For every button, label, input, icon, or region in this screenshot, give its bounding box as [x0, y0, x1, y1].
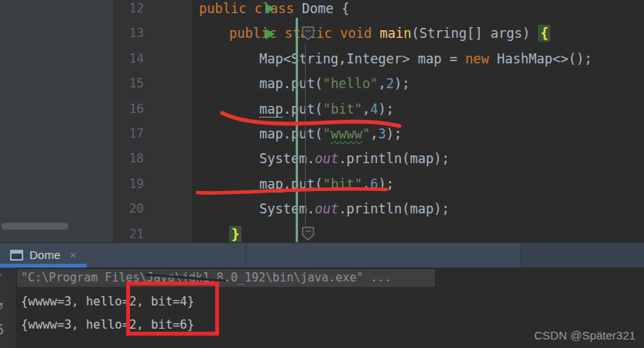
code-token: .put( — [283, 176, 323, 192]
code-token: map.put( — [259, 126, 323, 142]
code-token: map.put( — [259, 76, 323, 91]
code-token: } — [229, 226, 242, 243]
code-token: out — [315, 151, 339, 166]
code-line-17[interactable]: map.put("wwww",3); — [192, 121, 644, 146]
code-token: .println(map); — [338, 201, 449, 217]
code-token: new — [465, 51, 497, 67]
console-toolbar-icon[interactable]: 5 — [0, 320, 5, 339]
code-line-20[interactable]: System.out.println(map); — [192, 196, 644, 221]
code-token: ); — [394, 76, 409, 91]
code-token: , — [379, 76, 386, 91]
line-number: 15 — [113, 71, 144, 96]
code-token: out — [315, 201, 339, 217]
watermark-text: CSDN @Später321 — [534, 329, 635, 342]
code-token: .put( — [283, 101, 323, 117]
code-token: 4 — [370, 101, 378, 117]
fold-collapse-icon[interactable] — [300, 225, 316, 242]
code-token: System. — [259, 201, 315, 217]
line-number: 13 — [113, 21, 144, 46]
code-line-12[interactable]: public class Dome { — [192, 0, 644, 21]
code-editor[interactable]: public class Dome {public static void ma… — [192, 0, 644, 242]
console-toolbar-icon[interactable]: ↺ — [0, 300, 4, 312]
code-token: " — [362, 126, 370, 142]
code-token: wwww — [331, 126, 362, 142]
run-arrow-icon[interactable] — [265, 29, 275, 39]
fold-range-line — [305, 43, 306, 225]
console-window-icon — [10, 250, 23, 261]
console-line: "C:\Program Files\Java\jdk1.8.0_192\bin\… — [21, 269, 392, 287]
code-token: .println(map); — [338, 151, 449, 166]
line-number: 12 — [113, 0, 144, 21]
code-line-14[interactable]: Map<String,Integer> map = new HashMap<>(… — [192, 46, 644, 71]
code-token: "hello" — [323, 76, 379, 91]
project-panel — [0, 0, 114, 242]
code-line-13[interactable]: public static void main(String[] args) { — [192, 21, 644, 46]
code-token: main — [379, 26, 411, 41]
console-line: {wwww=3, hello=2, bit=6} — [21, 316, 194, 334]
console-toolbar-icon[interactable]: ⌃ — [0, 271, 4, 283]
code-token: " — [323, 126, 331, 142]
code-token: System. — [259, 151, 315, 166]
editor-gutter: 12131415161718192021 — [113, 0, 192, 242]
code-token: 6 — [370, 176, 378, 192]
line-number: 18 — [113, 146, 144, 171]
console-line: {wwww=3, hello=2, bit=4} — [21, 292, 194, 311]
code-line-18[interactable]: System.out.println(map); — [192, 146, 644, 171]
horizontal-scrollbar[interactable] — [2, 223, 68, 230]
code-token: ); — [379, 176, 394, 192]
code-line-15[interactable]: map.put("hello",2); — [192, 71, 644, 96]
fold-collapse-icon[interactable] — [300, 25, 316, 42]
line-number: 20 — [113, 196, 144, 221]
code-token: { — [538, 25, 550, 42]
ide-window: public class Dome {public static void ma… — [0, 0, 644, 348]
code-token: map — [259, 101, 283, 118]
code-token: map — [259, 176, 283, 193]
line-number: 16 — [113, 97, 144, 121]
run-toolwindow-header: Dome × — [0, 242, 644, 268]
code-token: , — [370, 126, 378, 142]
code-token: "bit" — [323, 101, 362, 117]
header-divider — [245, 243, 246, 268]
code-token: "bit" — [323, 176, 362, 192]
console-toolbar-strip: ⌃↺5 — [0, 268, 15, 348]
run-arrow-icon[interactable] — [265, 3, 275, 14]
code-token: ); — [379, 101, 394, 117]
header-right-section — [520, 243, 644, 268]
code-token: , — [362, 101, 370, 117]
code-token: (String[] args) — [411, 26, 538, 41]
code-line-16[interactable]: map.put("bit",4); — [192, 97, 644, 121]
code-token: public class — [199, 1, 302, 16]
line-number: 14 — [113, 46, 144, 71]
code-line-19[interactable]: map.put("bit",6); — [192, 172, 644, 196]
vcs-change-marker — [296, 18, 298, 242]
line-number: 17 — [113, 121, 144, 146]
code-token: Dome { — [302, 1, 349, 16]
code-token: 2 — [386, 76, 394, 91]
code-token: , — [362, 176, 370, 192]
code-token: Map<String,Integer> map = — [259, 51, 465, 67]
line-number: 19 — [113, 172, 144, 196]
code-token: ); — [386, 126, 402, 142]
code-token: 3 — [379, 126, 386, 142]
code-token: HashMap<>(); — [497, 51, 592, 67]
